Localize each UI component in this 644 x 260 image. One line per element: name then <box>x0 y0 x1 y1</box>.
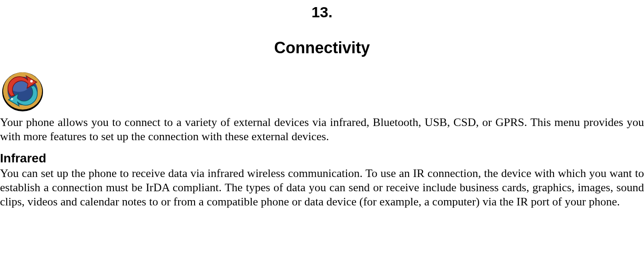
chapter-title: Connectivity <box>0 39 644 57</box>
section-body-infrared: You can set up the phone to receive data… <box>0 166 644 209</box>
sync-arrows-icon <box>1 70 46 112</box>
intro-paragraph: Your phone allows you to connect to a va… <box>0 115 644 143</box>
section-heading-infrared: Infrared <box>0 151 644 165</box>
chapter-number: 13. <box>0 4 644 21</box>
connectivity-icon <box>1 70 644 114</box>
svg-point-4 <box>30 80 33 83</box>
svg-point-5 <box>11 98 13 100</box>
